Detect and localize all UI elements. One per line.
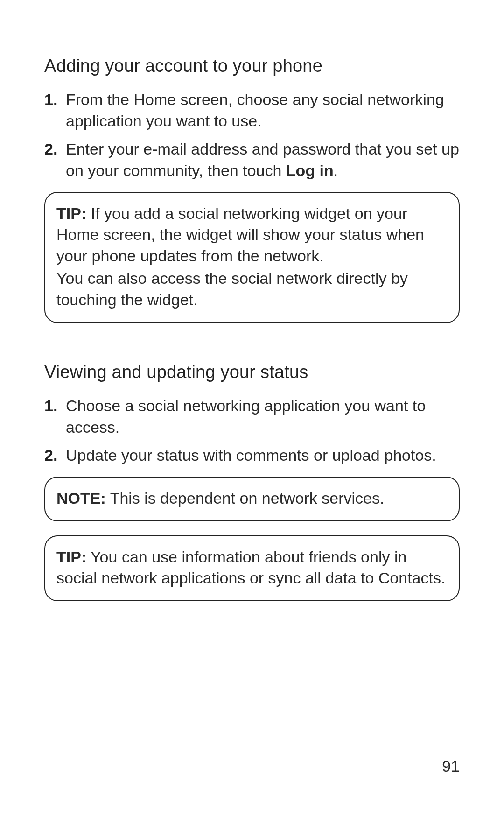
callout-text: This is dependent on network services. — [110, 489, 385, 507]
page-footer: 91 — [408, 752, 460, 775]
footer-rule — [408, 752, 460, 752]
list-item: Enter your e-mail address and password t… — [44, 139, 460, 182]
callout-label: TIP: — [56, 204, 86, 222]
note-callout: NOTE: This is dependent on network servi… — [44, 477, 460, 521]
step-text-pre: Enter your e-mail address and password t… — [66, 140, 459, 179]
numbered-list: Choose a social networking application y… — [44, 395, 460, 466]
list-item: Update your status with comments or uplo… — [44, 445, 460, 466]
list-item: Choose a social networking application y… — [44, 395, 460, 438]
document-page: Adding your account to your phone From t… — [0, 0, 504, 822]
callout-text: You can use information about friends on… — [56, 548, 445, 587]
callout-label: NOTE: — [56, 489, 106, 507]
numbered-list: From the Home screen, choose any social … — [44, 89, 460, 182]
step-text-post: . — [334, 162, 338, 179]
step-text: Choose a social networking application y… — [66, 397, 426, 436]
step-text: From the Home screen, choose any social … — [66, 91, 444, 130]
callout-text: You can also access the social network d… — [56, 268, 448, 311]
section-gap — [44, 343, 460, 362]
section-heading: Viewing and updating your status — [44, 362, 460, 382]
page-number: 91 — [408, 757, 460, 775]
list-item: From the Home screen, choose any social … — [44, 89, 460, 132]
tip-callout: TIP: If you add a social networking widg… — [44, 192, 460, 323]
callout-text: If you add a social networking widget on… — [56, 204, 424, 265]
tip-callout: TIP: You can use information about frien… — [44, 535, 460, 602]
callout-label: TIP: — [56, 548, 86, 566]
section-heading: Adding your account to your phone — [44, 56, 460, 76]
step-text: Update your status with comments or uplo… — [66, 446, 436, 464]
step-text-bold: Log in — [286, 162, 334, 179]
